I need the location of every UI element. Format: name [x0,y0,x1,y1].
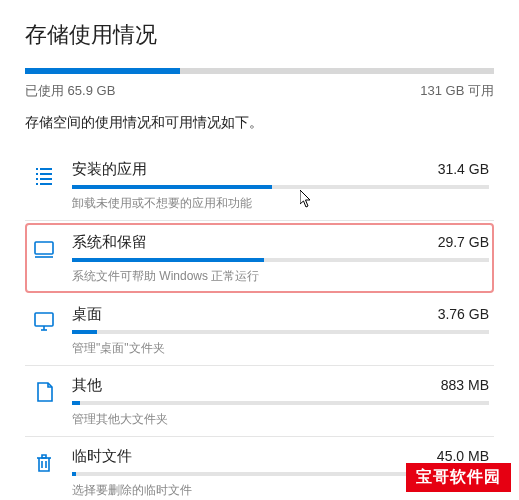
category-item-apps[interactable]: 安装的应用31.4 GB卸载未使用或不想要的应用和功能 [25,150,494,221]
total-storage-bar [25,68,494,74]
category-size: 31.4 GB [438,161,489,177]
other-icon [30,378,58,406]
category-title: 临时文件 [72,447,132,466]
category-size: 45.0 MB [437,448,489,464]
category-title: 桌面 [72,305,102,324]
category-title: 安装的应用 [72,160,147,179]
category-bar [72,185,489,189]
category-bar [72,401,489,405]
svg-rect-10 [35,313,53,326]
category-bar-fill [72,185,272,189]
total-storage-bar-fill [25,68,180,74]
free-label: 131 GB 可用 [420,82,494,100]
category-bar-fill [72,472,76,476]
used-label: 已使用 65.9 GB [25,82,115,100]
category-item-desktop[interactable]: 桌面3.76 GB管理"桌面"文件夹 [25,295,494,366]
category-bar-fill [72,258,264,262]
category-desc: 管理其他大文件夹 [72,411,489,428]
watermark-badge: 宝哥软件园 [406,463,511,492]
category-item-system[interactable]: 系统和保留29.7 GB系统文件可帮助 Windows 正常运行 [25,223,494,293]
system-icon [30,235,58,263]
category-bar-fill [72,330,97,334]
category-size: 3.76 GB [438,306,489,322]
temp-icon [30,449,58,477]
category-bar-fill [72,401,80,405]
category-desc: 管理"桌面"文件夹 [72,340,489,357]
category-desc: 系统文件可帮助 Windows 正常运行 [72,268,489,285]
category-size: 29.7 GB [438,234,489,250]
usage-description: 存储空间的使用情况和可用情况如下。 [25,114,494,132]
category-bar [72,258,489,262]
category-title: 系统和保留 [72,233,147,252]
category-item-other[interactable]: 其他883 MB管理其他大文件夹 [25,366,494,437]
usage-summary: 已使用 65.9 GB 131 GB 可用 [25,82,494,100]
category-size: 883 MB [441,377,489,393]
category-desc: 卸载未使用或不想要的应用和功能 [72,195,489,212]
page-title: 存储使用情况 [25,20,494,50]
svg-rect-8 [35,242,53,254]
desktop-icon [30,307,58,335]
category-bar [72,330,489,334]
category-title: 其他 [72,376,102,395]
apps-icon [30,162,58,190]
category-list: 安装的应用31.4 GB卸载未使用或不想要的应用和功能系统和保留29.7 GB系… [25,150,494,500]
